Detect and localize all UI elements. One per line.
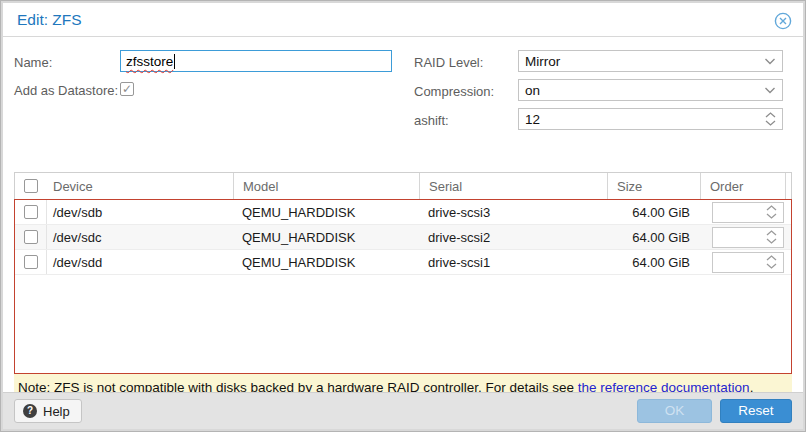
add-datastore-label: Add as Datastore: <box>14 79 120 99</box>
cell-model: QEMU_HARDDISK <box>233 225 419 249</box>
form-right-column: RAID Level: Mirror Compression: on <box>414 50 792 137</box>
cell-device: /dev/sdc <box>47 225 233 249</box>
cell-serial: drive-scsi3 <box>419 200 607 224</box>
help-button-label: Help <box>43 404 70 419</box>
zfs-form: Name: zfsstore Add as Datastore: RAID Le… <box>14 50 792 137</box>
raid-level-row: RAID Level: Mirror <box>414 50 783 72</box>
ok-button[interactable]: OK <box>637 399 712 423</box>
compression-label: Compression: <box>414 80 518 100</box>
dialog-content: Name: zfsstore Add as Datastore: RAID Le… <box>3 37 803 392</box>
disk-table-body: /dev/sdb QEMU_HARDDISK drive-scsi3 64.00… <box>14 199 792 374</box>
name-input-value: zfsstore <box>126 54 173 69</box>
note-text: Note: ZFS is not compatible with disks b… <box>18 380 578 393</box>
disk-table-header: Device Model Serial Size Order <box>14 172 792 199</box>
dialog-title: Edit: ZFS <box>17 11 82 29</box>
note-suffix: . <box>750 380 754 393</box>
disk-table: Device Model Serial Size Order /dev/sdb … <box>14 172 792 374</box>
cell-model: QEMU_HARDDISK <box>233 250 419 274</box>
text-caret <box>174 54 175 69</box>
column-header-order[interactable]: Order <box>700 173 785 199</box>
row-checkbox[interactable] <box>24 205 38 219</box>
add-datastore-checkbox[interactable] <box>120 82 134 96</box>
name-row: Name: zfsstore <box>14 50 392 72</box>
zfs-note: Note: ZFS is not compatible with disks b… <box>14 374 792 392</box>
name-input[interactable]: zfsstore <box>120 50 392 72</box>
cell-serial: drive-scsi2 <box>419 225 607 249</box>
column-header-size[interactable]: Size <box>607 173 700 199</box>
row-checkbox[interactable] <box>24 230 38 244</box>
compression-row: Compression: on <box>414 79 783 101</box>
column-header-spacer <box>785 173 791 199</box>
cell-model: QEMU_HARDDISK <box>233 200 419 224</box>
ashift-row: ashift: 12 <box>414 108 783 130</box>
cell-size: 64.00 GiB <box>607 250 700 274</box>
raid-level-value: Mirror <box>525 54 560 69</box>
raid-level-combobox[interactable]: Mirror <box>518 50 783 72</box>
add-datastore-row: Add as Datastore: <box>14 79 392 99</box>
column-header-model[interactable]: Model <box>233 173 419 199</box>
order-spinner[interactable] <box>712 202 784 223</box>
reference-documentation-link[interactable]: the reference documentation <box>578 380 750 393</box>
chevron-up-down-icon[interactable] <box>766 253 777 272</box>
chevron-up-down-icon[interactable] <box>766 203 777 222</box>
chevron-up-down-icon[interactable] <box>765 109 776 129</box>
chevron-down-icon[interactable] <box>764 80 776 100</box>
column-header-device[interactable]: Device <box>47 173 233 199</box>
select-all-checkbox[interactable] <box>24 179 38 193</box>
cell-size: 64.00 GiB <box>607 200 700 224</box>
compression-value: on <box>525 83 540 98</box>
table-row[interactable]: /dev/sdc QEMU_HARDDISK drive-scsi2 64.00… <box>15 225 791 250</box>
order-spinner[interactable] <box>712 252 784 273</box>
ashift-value: 12 <box>525 112 540 127</box>
close-icon[interactable] <box>774 12 792 30</box>
help-button[interactable]: ? Help <box>14 399 82 423</box>
order-spinner[interactable] <box>712 227 784 248</box>
cell-serial: drive-scsi1 <box>419 250 607 274</box>
ashift-label: ashift: <box>414 109 518 129</box>
cell-size: 64.00 GiB <box>607 225 700 249</box>
form-left-column: Name: zfsstore Add as Datastore: <box>14 50 392 137</box>
row-checkbox[interactable] <box>24 255 38 269</box>
table-row[interactable]: /dev/sdb QEMU_HARDDISK drive-scsi3 64.00… <box>15 200 791 225</box>
dialog-frame: Edit: ZFS Name: zfsstore <box>0 0 806 432</box>
cell-device: /dev/sdb <box>47 200 233 224</box>
question-circle-icon: ? <box>23 404 37 418</box>
ashift-spinner[interactable]: 12 <box>518 108 783 130</box>
edit-zfs-dialog: Edit: ZFS Name: zfsstore <box>3 3 803 429</box>
name-label: Name: <box>14 51 120 71</box>
chevron-up-down-icon[interactable] <box>766 228 777 247</box>
chevron-down-icon[interactable] <box>764 51 776 71</box>
table-row[interactable]: /dev/sdd QEMU_HARDDISK drive-scsi1 64.00… <box>15 250 791 275</box>
dialog-footer: ? Help OK Reset <box>3 392 803 429</box>
compression-combobox[interactable]: on <box>518 79 783 101</box>
raid-level-label: RAID Level: <box>414 51 518 71</box>
column-header-serial[interactable]: Serial <box>419 173 607 199</box>
reset-button[interactable]: Reset <box>720 399 792 423</box>
cell-device: /dev/sdd <box>47 250 233 274</box>
dialog-titlebar: Edit: ZFS <box>3 3 803 37</box>
